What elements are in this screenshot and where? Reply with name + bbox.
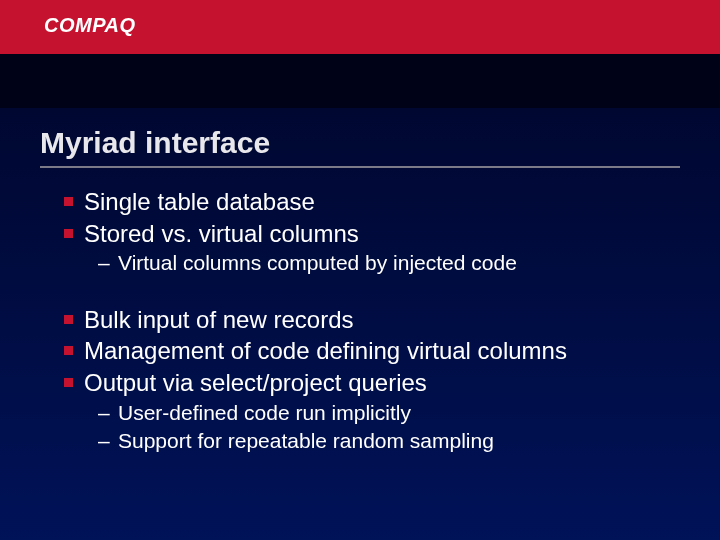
sub-bullet-item: Virtual columns computed by injected cod… — [40, 249, 680, 277]
slide: COMPAQ Myriad interface Single table dat… — [0, 0, 720, 540]
brand-logo: COMPAQ — [44, 14, 136, 37]
sub-bullet-group-1: Virtual columns computed by injected cod… — [40, 249, 680, 277]
content-area: Myriad interface Single table database S… — [0, 108, 720, 455]
title-underline — [40, 166, 680, 168]
bullet-item: Single table database — [40, 186, 680, 218]
bullet-item: Management of code defining virtual colu… — [40, 335, 680, 367]
bullet-item: Bulk input of new records — [40, 304, 680, 336]
header-bar: COMPAQ — [0, 0, 720, 54]
bullet-group-2: Bulk input of new records Management of … — [40, 304, 680, 399]
spacer — [40, 278, 680, 304]
sub-bullet-item: Support for repeatable random sampling — [40, 427, 680, 455]
bullet-item: Output via select/project queries — [40, 367, 680, 399]
bullet-group-1: Single table database Stored vs. virtual… — [40, 186, 680, 249]
sub-bullet-group-2: User-defined code run implicitly Support… — [40, 399, 680, 456]
sub-bullet-item: User-defined code run implicitly — [40, 399, 680, 427]
bullet-item: Stored vs. virtual columns — [40, 218, 680, 250]
header-dark-band — [0, 54, 720, 108]
slide-title: Myriad interface — [40, 126, 680, 160]
